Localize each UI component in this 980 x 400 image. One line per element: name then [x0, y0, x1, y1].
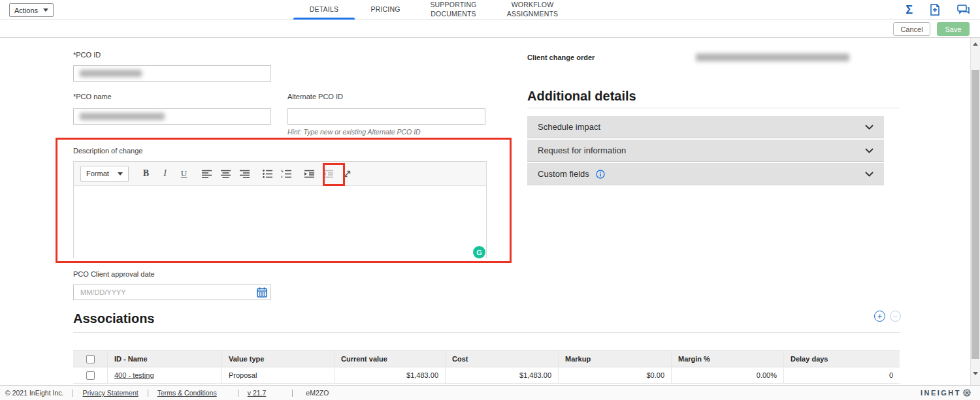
- copyright-text: © 2021 InEight Inc.: [5, 389, 63, 397]
- chevron-down-icon: [865, 148, 874, 153]
- column-header-id-name[interactable]: ID - Name: [108, 351, 222, 367]
- alternate-pco-id-input[interactable]: [287, 108, 485, 125]
- select-all-checkbox[interactable]: [86, 355, 95, 363]
- association-link[interactable]: 400 - testing: [114, 371, 154, 379]
- editor-toolbar: Format B I U: [74, 162, 486, 186]
- row-checkbox[interactable]: [86, 371, 95, 380]
- client-change-order-redacted-value: [696, 54, 849, 61]
- cell-markup: $0.00: [559, 367, 672, 383]
- cell-delay-days: 0: [784, 367, 900, 383]
- comments-icon[interactable]: [957, 5, 970, 16]
- accordion-custom-fields[interactable]: Custom fields: [527, 163, 884, 185]
- alternate-pco-id-label: Alternate PCO ID: [287, 93, 343, 100]
- cancel-button[interactable]: Cancel: [893, 22, 930, 36]
- info-icon[interactable]: [596, 170, 605, 179]
- cell-value-type: Proposal: [222, 367, 335, 383]
- tab-pricing[interactable]: PRICING: [356, 0, 415, 20]
- ineight-brand-text: INEIGHT: [921, 389, 961, 397]
- terms-conditions-link[interactable]: Terms & Conditions: [157, 389, 217, 397]
- cell-margin: 0.00%: [672, 367, 784, 383]
- privacy-statement-link[interactable]: Privacy Statement: [82, 389, 138, 397]
- italic-button[interactable]: I: [155, 165, 174, 182]
- table-row: 400 - testing Proposal $1,483.00 $1,483.…: [73, 367, 900, 384]
- chevron-down-icon: [865, 172, 874, 177]
- footer: © 2021 InEight Inc. Privacy Statement Te…: [0, 385, 980, 400]
- environment-label: eM2ZO: [306, 389, 329, 397]
- description-of-change-textarea[interactable]: G: [74, 186, 486, 258]
- footer-divider: [148, 390, 148, 397]
- rich-text-editor: Format B I U: [73, 161, 487, 258]
- cell-current-value: $1,483.00: [335, 367, 446, 383]
- align-right-icon[interactable]: [235, 165, 254, 182]
- top-right-icons: Σ: [906, 2, 970, 18]
- footer-divider: [73, 390, 73, 397]
- associations-heading: Associations: [73, 311, 154, 326]
- accordion-request-for-information[interactable]: Request for information: [527, 140, 884, 162]
- align-left-icon[interactable]: [197, 165, 216, 182]
- sum-sigma-icon[interactable]: Σ: [906, 4, 913, 16]
- bulleted-list-icon[interactable]: [258, 165, 277, 182]
- calendar-icon[interactable]: [257, 287, 267, 298]
- ineight-logo-icon: [963, 389, 971, 397]
- column-header-margin[interactable]: Margin %: [672, 351, 784, 367]
- pco-id-redacted-value: [80, 70, 142, 77]
- format-dropdown[interactable]: Format: [80, 166, 129, 182]
- underline-button[interactable]: U: [174, 165, 193, 182]
- tab-supporting-documents[interactable]: SUPPORTING DOCUMENTS: [415, 0, 492, 20]
- column-header-cost[interactable]: Cost: [446, 351, 559, 367]
- accordion-schedule-impact[interactable]: Schedule impact: [527, 116, 884, 138]
- pco-name-redacted-value: [80, 113, 165, 120]
- pco-client-approval-date-label: PCO Client approval date: [73, 270, 155, 278]
- ineight-brand: INEIGHT: [921, 389, 971, 397]
- associations-divider: [73, 332, 900, 333]
- footer-divider: [292, 390, 293, 397]
- chevron-down-icon: [43, 8, 48, 12]
- top-tab-bar: Actions DETAILS PRICING SUPPORTING DOCUM…: [0, 0, 980, 20]
- remove-association-icon[interactable]: −: [890, 311, 901, 322]
- client-change-order-label: Client change order: [527, 54, 595, 61]
- tab-details[interactable]: DETAILS: [292, 0, 356, 20]
- column-header-current-value[interactable]: Current value: [335, 351, 446, 367]
- column-header-markup[interactable]: Markup: [559, 351, 672, 367]
- cell-cost: $1,483.00: [446, 367, 559, 383]
- pco-client-approval-date-input[interactable]: [73, 285, 271, 300]
- scroll-down-arrow-icon[interactable]: [973, 372, 978, 375]
- indent-icon[interactable]: [300, 165, 319, 182]
- additional-details-heading: Additional details: [527, 89, 636, 104]
- align-center-icon[interactable]: [216, 165, 235, 182]
- vertical-scrollbar[interactable]: [970, 38, 980, 385]
- add-association-icon[interactable]: +: [874, 311, 885, 322]
- scrollbar-thumb[interactable]: [972, 70, 979, 359]
- pco-details-page: Actions DETAILS PRICING SUPPORTING DOCUM…: [0, 0, 980, 400]
- outdent-icon[interactable]: [319, 165, 338, 182]
- actions-label: Actions: [14, 7, 38, 14]
- scroll-up-arrow-icon[interactable]: [973, 42, 978, 46]
- additional-details-divider: [527, 108, 900, 108]
- save-button[interactable]: Save: [937, 22, 970, 36]
- footer-divider: [238, 390, 238, 397]
- numbered-list-icon[interactable]: [277, 165, 296, 182]
- pco-name-label: *PCO name: [73, 93, 112, 100]
- expand-editor-icon[interactable]: [338, 165, 357, 182]
- grammarly-icon[interactable]: G: [473, 246, 485, 258]
- chevron-down-icon: [865, 125, 874, 130]
- description-of-change-label: Description of change: [73, 147, 142, 155]
- column-header-delay-days[interactable]: Delay days: [784, 351, 900, 367]
- tab-strip: DETAILS PRICING SUPPORTING DOCUMENTS WOR…: [292, 0, 573, 20]
- version-link[interactable]: v 21.7: [248, 389, 267, 397]
- alternate-pco-id-hint: Hint: Type new or existing Alternate PCO…: [287, 128, 421, 136]
- bold-button[interactable]: B: [137, 165, 155, 182]
- column-header-value-type[interactable]: Value type: [222, 351, 335, 367]
- add-document-icon[interactable]: [930, 4, 940, 16]
- form-action-bar: Cancel Save: [0, 20, 980, 38]
- pco-id-label: *PCO ID: [73, 51, 101, 59]
- associations-table-header: ID - Name Value type Current value Cost …: [73, 350, 900, 367]
- tab-workflow-assignments[interactable]: WORKFLOW ASSIGNMENTS: [492, 0, 573, 20]
- actions-dropdown[interactable]: Actions: [9, 3, 54, 17]
- chevron-down-icon: [118, 172, 123, 176]
